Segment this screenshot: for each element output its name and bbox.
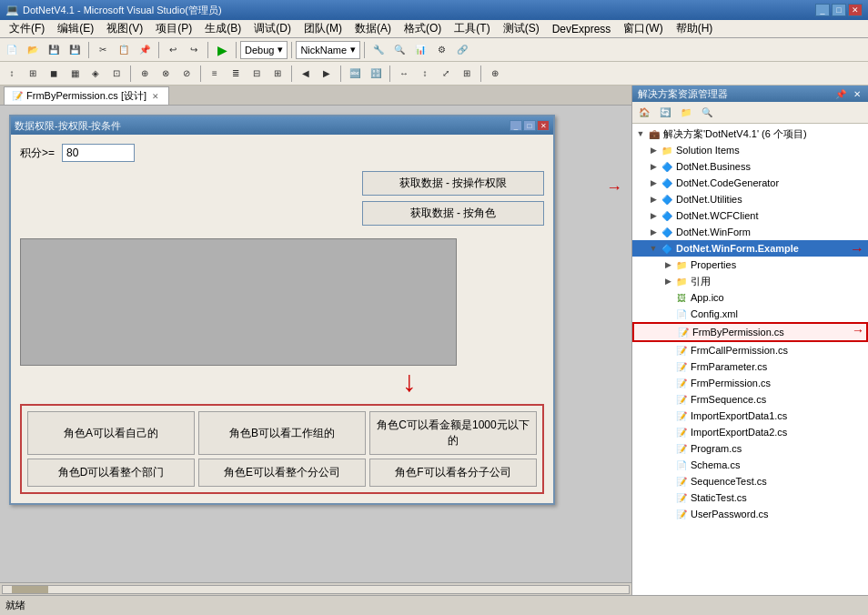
score-input[interactable] (62, 144, 135, 162)
tree-item-frm-parameter[interactable]: 📝 FrmParameter.cs (632, 358, 868, 375)
tb2-11[interactable]: ≣ (226, 64, 246, 84)
tb-cut[interactable]: ✂ (93, 40, 113, 60)
role-btn-c[interactable]: 角色C可以看金额是1000元以下的 (369, 411, 537, 455)
maximize-button[interactable]: □ (832, 4, 846, 16)
menu-debug[interactable]: 调试(D) (248, 20, 297, 37)
tree-item-frm-permission[interactable]: 📝 FrmPermission.cs (632, 375, 868, 391)
tree-item-dotnet-codegen[interactable]: ▶ 🔷 DotNet.CodeGenerator (632, 175, 868, 191)
tree-item-config-xml[interactable]: 📄 Config.xml (632, 306, 868, 322)
menu-data[interactable]: 数据(A) (349, 20, 397, 37)
sol-tb-2[interactable]: 🔄 (655, 103, 675, 123)
tree-item-frm-sequence[interactable]: 📝 FrmSequence.cs (632, 391, 868, 408)
role-btn-b[interactable]: 角色B可以看工作组的 (198, 411, 366, 455)
tree-item-sequence-test[interactable]: 📝 SequenceTest.cs (632, 473, 868, 489)
tree-item-import-export-2[interactable]: 📝 ImportExportData2.cs (632, 424, 868, 440)
tab-design[interactable]: 📝 FrmByPermission.cs [设计] ✕ (4, 86, 169, 105)
tb2-18[interactable]: ↔ (394, 64, 414, 84)
menu-view[interactable]: 视图(V) (101, 20, 148, 37)
menu-build[interactable]: 生成(B) (199, 20, 247, 37)
tb2-6[interactable]: ⊡ (106, 64, 126, 84)
tree-item-static-test[interactable]: 📝 StaticTest.cs (632, 489, 868, 506)
tb2-20[interactable]: ⤢ (436, 64, 456, 84)
tb2-22[interactable]: ⊕ (485, 64, 505, 84)
tb2-5[interactable]: ◈ (86, 64, 106, 84)
menu-devexpress[interactable]: DevExpress (547, 22, 617, 36)
tb2-4[interactable]: ▦ (65, 64, 85, 84)
minimize-button[interactable]: _ (815, 4, 830, 16)
tb-copy[interactable]: 📋 (114, 40, 134, 60)
tb2-13[interactable]: ⊞ (267, 64, 288, 84)
tb-redo[interactable]: ↪ (184, 40, 204, 60)
menu-team[interactable]: 团队(M) (298, 20, 348, 37)
tb2-16[interactable]: 🔤 (345, 64, 365, 84)
tree-item-dotnet-winform-example[interactable]: ▼ 🔷 DotNet.WinForm.Example → (632, 240, 868, 257)
tb-new[interactable]: 📄 (2, 40, 22, 60)
menu-edit[interactable]: 编辑(E) (52, 20, 99, 37)
data-list[interactable] (20, 238, 457, 366)
menu-test[interactable]: 测试(S) (498, 20, 545, 37)
tb-extra1[interactable]: 🔧 (368, 40, 389, 60)
tb2-21[interactable]: ⊞ (457, 64, 477, 84)
menu-window[interactable]: 窗口(W) (618, 20, 668, 37)
tree-item-app-ico[interactable]: 🖼 App.ico (632, 289, 868, 306)
tree-item-frm-call-permission[interactable]: 📝 FrmCallPermission.cs (632, 342, 868, 358)
role-btn-d[interactable]: 角色D可以看整个部门 (27, 459, 195, 487)
tb2-10[interactable]: ≡ (205, 64, 225, 84)
tb-extra3[interactable]: 📊 (410, 40, 430, 60)
menu-format[interactable]: 格式(O) (399, 20, 447, 37)
form-maximize[interactable]: □ (523, 120, 536, 131)
tb-save-all[interactable]: 💾 (65, 40, 85, 60)
tb2-12[interactable]: ⊟ (247, 64, 267, 84)
tb2-3[interactable]: ◼ (44, 64, 64, 84)
tb-paste[interactable]: 📌 (135, 40, 155, 60)
tree-item-references[interactable]: ▶ 📁 引用 (632, 273, 868, 289)
design-canvas[interactable]: 数据权限-按权限-按条件 _ □ ✕ 积分>= 获取数据 - (0, 106, 631, 582)
tb2-15[interactable]: ▶ (317, 64, 337, 84)
menu-project[interactable]: 项目(P) (150, 20, 197, 37)
tree-item-properties[interactable]: ▶ 📁 Properties (632, 257, 868, 273)
tb2-1[interactable]: ↕ (2, 64, 22, 84)
solution-pin-button[interactable]: 📌 (833, 89, 848, 99)
tree-item-program[interactable]: 📝 Program.cs (632, 440, 868, 457)
tree-solution-root[interactable]: ▼ 💼 解决方案'DotNetV4.1' (6 个项目) (632, 126, 868, 142)
sol-tb-1[interactable]: 🏠 (634, 103, 654, 123)
tree-item-schema[interactable]: 📄 Schema.cs (632, 457, 868, 473)
tree-item-dotnet-winform[interactable]: ▶ 🔷 DotNet.WinForm (632, 224, 868, 240)
tb-save[interactable]: 💾 (44, 40, 64, 60)
tb2-7[interactable]: ⊕ (135, 64, 155, 84)
tree-item-dotnet-utilities[interactable]: ▶ 🔷 DotNet.Utilities (632, 191, 868, 207)
menu-help[interactable]: 帮助(H) (671, 20, 719, 37)
role-btn-a[interactable]: 角色A可以看自己的 (27, 411, 195, 455)
h-scrollbar[interactable] (2, 585, 630, 594)
tb2-14[interactable]: ◀ (296, 64, 316, 84)
tb2-2[interactable]: ⊞ (23, 64, 43, 84)
tb-extra4[interactable]: ⚙ (431, 40, 451, 60)
tb-extra2[interactable]: 🔍 (389, 40, 409, 60)
menu-tools[interactable]: 工具(T) (449, 20, 495, 37)
menu-file[interactable]: 文件(F) (4, 20, 50, 37)
fetch-data-role-button[interactable]: 获取数据 - 按角色 (362, 201, 544, 226)
tb-extra5[interactable]: 🔗 (452, 40, 472, 60)
role-btn-e[interactable]: 角色E可以看整个分公司 (198, 459, 366, 487)
form-close[interactable]: ✕ (537, 120, 550, 131)
fetch-data-permission-button[interactable]: 获取数据 - 按操作权限 (362, 171, 544, 196)
sol-tb-3[interactable]: 📁 (676, 103, 696, 123)
tb-undo[interactable]: ↩ (163, 40, 183, 60)
tb-open[interactable]: 📂 (23, 40, 43, 60)
close-button[interactable]: ✕ (848, 4, 863, 16)
tab-close-button[interactable]: ✕ (150, 92, 161, 101)
tree-item-import-export-1[interactable]: 📝 ImportExportData1.cs (632, 408, 868, 424)
tree-item-frm-by-permission[interactable]: 📝 FrmByPermission.cs → (632, 322, 868, 342)
tree-item-dotnet-wcf[interactable]: ▶ 🔷 DotNet.WCFClient (632, 207, 868, 224)
tree-item-solution-items[interactable]: ▶ 📁 Solution Items (632, 142, 868, 158)
tree-item-user-password[interactable]: 📝 UserPassword.cs (632, 506, 868, 522)
tb2-17[interactable]: 🔡 (366, 64, 386, 84)
tb-start[interactable]: ▶ (212, 40, 232, 60)
target-name-dropdown[interactable]: NickName ▾ (296, 41, 360, 59)
tree-item-dotnet-business[interactable]: ▶ 🔷 DotNet.Business (632, 158, 868, 175)
tb2-9[interactable]: ⊘ (177, 64, 197, 84)
tb2-19[interactable]: ↕ (415, 64, 435, 84)
sol-tb-4[interactable]: 🔍 (697, 103, 717, 123)
solution-close-button[interactable]: ✕ (852, 89, 863, 99)
role-btn-f[interactable]: 角色F可以看各分子公司 (369, 459, 537, 487)
